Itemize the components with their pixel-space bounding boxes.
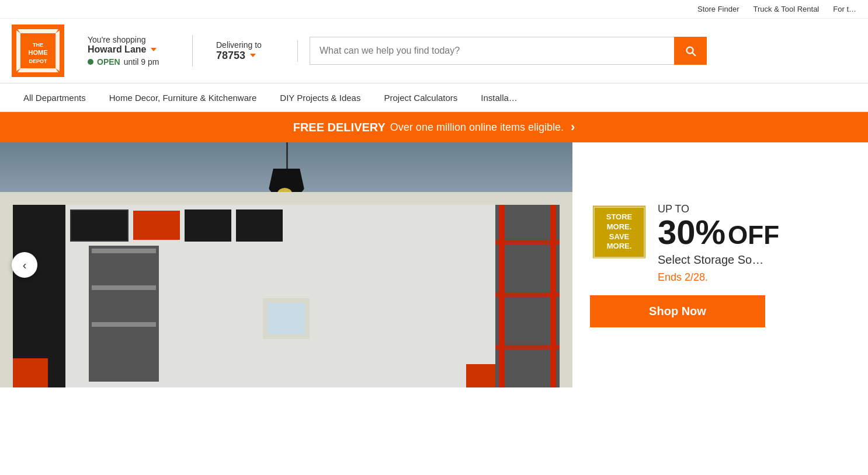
store-name[interactable]: Howard Lane	[88, 44, 180, 55]
shelf-bar-2	[495, 292, 560, 297]
nav-project-calculators[interactable]: Project Calculators	[372, 83, 469, 111]
delivery-info: Delivering to 78753	[204, 40, 298, 62]
main-header: THE HOME DEPOT You're shopping Howard La…	[0, 19, 868, 83]
promo-off: OFF	[728, 221, 779, 250]
shelf-bar-1	[495, 240, 560, 245]
search-icon	[684, 44, 697, 57]
svg-text:THE: THE	[33, 42, 43, 48]
window	[263, 298, 310, 339]
search-button[interactable]	[674, 37, 707, 65]
promo-badge-text: STORE MORE. SAVE MORE.	[606, 212, 633, 252]
svg-marker-8	[55, 30, 60, 71]
promo-banner-sub: Over one million online items eligible.	[390, 121, 564, 134]
svg-text:DEPOT: DEPOT	[29, 58, 47, 64]
hero-prev-button[interactable]: ‹	[12, 252, 37, 278]
open-dot-icon	[88, 59, 93, 65]
shop-now-button[interactable]: Shop Now	[590, 295, 765, 327]
open-hours: until 9 pm	[124, 57, 159, 67]
lamp-cord	[286, 142, 288, 172]
rack-shelf-3	[92, 322, 156, 327]
search-input[interactable]	[310, 37, 674, 65]
hero-section: ‹ STORE MORE. SAVE MORE. UP TO 30% OFF	[0, 142, 868, 387]
zip-chevron-icon[interactable]	[250, 54, 256, 57]
floor-bin-left	[13, 358, 48, 387]
rack-shelf-1	[92, 249, 156, 253]
discount-row: 30% OFF	[658, 215, 779, 250]
nav-installation[interactable]: Installa…	[469, 83, 529, 111]
storage-bin-1	[70, 209, 129, 242]
svg-marker-7	[16, 30, 20, 71]
overhead-storage	[65, 205, 495, 246]
nav-all-departments[interactable]: All Departments	[12, 83, 98, 111]
right-shelves	[495, 205, 560, 387]
garage-frame-right	[560, 192, 572, 387]
shopping-label: You're shopping	[88, 35, 180, 44]
store-name-text: Howard Lane	[88, 44, 146, 55]
prev-icon: ‹	[23, 259, 27, 272]
search-container	[310, 37, 707, 65]
store-chevron-icon[interactable]	[151, 48, 157, 51]
promo-text-block: UP TO 30% OFF Select Storage So… Ends 2/…	[658, 203, 779, 284]
center-rack	[89, 246, 159, 382]
nav-home-decor[interactable]: Home Decor, Furniture & Kitchenware	[98, 83, 269, 111]
store-info: You're shopping Howard Lane OPEN until 9…	[76, 35, 193, 67]
garage-interior	[13, 205, 560, 387]
hero-promo: STORE MORE. SAVE MORE. UP TO 30% OFF Sel…	[572, 142, 868, 387]
shelf-bar-3	[495, 345, 560, 350]
promo-chevron-icon: ›	[571, 120, 575, 135]
promo-discount: 30%	[658, 215, 725, 249]
promo-header-row: STORE MORE. SAVE MORE. UP TO 30% OFF Sel…	[590, 203, 779, 284]
delivery-zip[interactable]: 78753	[216, 50, 286, 62]
for-t-link[interactable]: For t…	[833, 5, 856, 13]
svg-marker-5	[18, 29, 58, 33]
hero-image: ‹	[0, 142, 572, 387]
promo-subtitle: Select Storage So…	[658, 253, 779, 267]
utility-bar: Store Finder Truck & Tool Rental For t…	[0, 0, 868, 19]
store-finder-link[interactable]: Store Finder	[697, 5, 739, 13]
floor-bin-right	[466, 364, 495, 387]
svg-marker-6	[18, 68, 58, 72]
storage-bin-3	[185, 209, 231, 242]
home-depot-logo[interactable]: THE HOME DEPOT	[12, 25, 64, 77]
garage-frame-top	[0, 192, 572, 205]
svg-text:HOME: HOME	[29, 49, 48, 56]
promo-badge: STORE MORE. SAVE MORE.	[590, 203, 648, 261]
nav-diy-projects[interactable]: DIY Projects & Ideas	[268, 83, 372, 111]
promo-banner-bold: FREE DELIVERY	[293, 121, 386, 134]
storage-bin-2	[133, 211, 180, 240]
storage-bin-4	[236, 209, 283, 242]
promo-ends: Ends 2/28.	[658, 271, 779, 284]
rack-shelf-2	[92, 285, 156, 290]
truck-tool-rental-link[interactable]: Truck & Tool Rental	[754, 5, 820, 13]
garage-frame-left	[0, 192, 13, 387]
delivery-label: Delivering to	[216, 40, 286, 50]
nav-bar: All Departments Home Decor, Furniture & …	[0, 83, 868, 112]
logo-container[interactable]: THE HOME DEPOT	[12, 25, 64, 77]
zip-text: 78753	[216, 50, 245, 62]
open-status: OPEN until 9 pm	[88, 57, 180, 67]
open-text: OPEN	[97, 57, 120, 67]
promo-banner[interactable]: FREE DELIVERY Over one million online it…	[0, 112, 868, 142]
